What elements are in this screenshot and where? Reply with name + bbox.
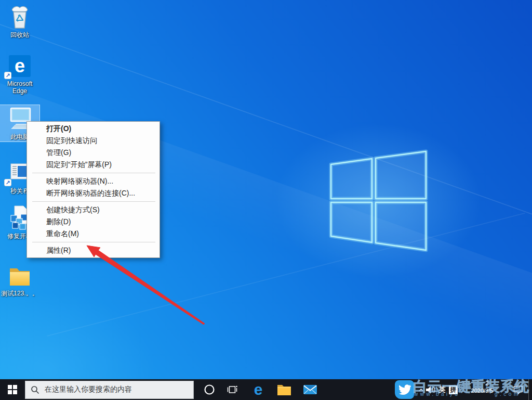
notification-bubble-icon <box>513 385 524 395</box>
chevron-up-icon <box>418 387 424 393</box>
menu-item-rename[interactable]: 重命名(M) <box>27 228 159 240</box>
action-center-button[interactable] <box>509 379 528 400</box>
menu-item-manage[interactable]: 管理(G) <box>27 147 159 159</box>
menu-item-disconnect-network-drive[interactable]: 断开网络驱动器的连接(C)... <box>27 187 159 199</box>
folder-icon <box>0 263 39 289</box>
edge-icon: e ↗ <box>0 53 39 79</box>
desktop-icon-test-folder[interactable]: 测试123.。。 <box>0 262 39 298</box>
desktop-icon-recycle-bin[interactable]: 回收站 <box>0 3 39 40</box>
menu-separator <box>32 173 155 173</box>
cortana-icon <box>204 384 215 395</box>
ime-pinyin-badge: 拼 <box>449 385 458 394</box>
shortcut-arrow-icon: ↗ <box>4 179 11 186</box>
file-explorer-icon <box>277 383 291 396</box>
cortana-button[interactable] <box>198 379 221 400</box>
icon-label: 回收站 <box>0 31 39 38</box>
wallpaper-logo-glow <box>274 123 482 279</box>
windows-start-icon <box>8 385 17 394</box>
show-desktop-button[interactable] <box>528 379 532 400</box>
ime-language-indicator[interactable]: 英 <box>437 379 447 400</box>
shortcut-arrow-icon: ↗ <box>4 72 11 79</box>
menu-item-map-network-drive[interactable]: 映射网络驱动器(N)... <box>27 175 159 187</box>
menu-item-pin-quick-access[interactable]: 固定到快速访问 <box>27 135 159 147</box>
desktop-icon-microsoft-edge[interactable]: e ↗ Microsoft Edge <box>0 52 39 96</box>
recycle-bin-icon <box>0 4 39 30</box>
taskbar-clock[interactable]: 2 2020/3/5 <box>468 380 497 394</box>
menu-item-delete[interactable]: 删除(D) <box>27 216 159 228</box>
context-menu: 打开(O) 固定到快速访问 管理(G) 固定到“开始”屏幕(P) 映射网络驱动器… <box>26 121 160 258</box>
svg-text:e: e <box>15 55 25 76</box>
twitter-tray-button[interactable] <box>395 380 414 399</box>
menu-item-open[interactable]: 打开(O) <box>27 123 159 135</box>
menu-item-properties[interactable]: 属性(R) <box>27 244 159 256</box>
task-view-icon <box>226 383 238 396</box>
menu-separator <box>32 201 155 202</box>
clock-time-partial: 2 <box>468 380 497 387</box>
mail-button[interactable] <box>299 379 322 400</box>
taskbar: 在这里输入你要搜索的内容 e <box>0 379 532 400</box>
menu-item-pin-to-start[interactable]: 固定到“开始”屏幕(P) <box>27 159 159 171</box>
clock-date: 2020/3/5 <box>468 387 497 394</box>
task-view-button[interactable] <box>221 379 244 400</box>
search-placeholder: 在这里输入你要搜索的内容 <box>45 385 132 394</box>
speaker-icon <box>425 385 436 394</box>
volume-button[interactable] <box>424 379 437 400</box>
windows-desktop: 回收站 e ↗ Microsoft Edge 此电脑 <box>0 0 532 400</box>
system-tray: 英 拼 <box>395 379 532 400</box>
svg-text:e: e <box>254 381 263 398</box>
icon-label: 测试123.。。 <box>0 290 39 297</box>
twitter-bird-icon <box>398 383 411 396</box>
icon-label: Microsoft Edge <box>0 80 39 95</box>
mail-icon <box>303 384 317 395</box>
hidden-icons-button[interactable] <box>417 379 424 400</box>
edge-icon: e <box>250 381 267 398</box>
start-button[interactable] <box>0 379 25 400</box>
edge-taskbar-button[interactable]: e <box>247 379 270 400</box>
menu-separator <box>32 242 155 242</box>
ime-mode-button[interactable]: 拼 <box>447 379 459 400</box>
menu-item-create-shortcut[interactable]: 创建快捷方式(S) <box>27 204 159 216</box>
search-icon <box>31 385 39 394</box>
file-explorer-button[interactable] <box>273 379 296 400</box>
taskbar-search-box[interactable]: 在这里输入你要搜索的内容 <box>25 381 194 399</box>
